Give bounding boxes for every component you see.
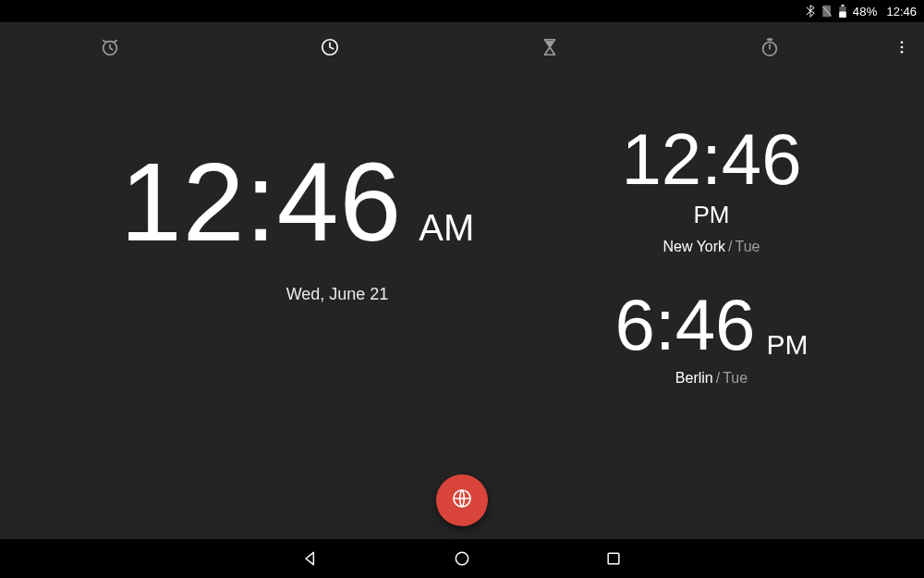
local-ampm: AM (419, 207, 474, 249)
tab-timer[interactable] (440, 22, 660, 72)
world-clock-list: 12:46 PM New York/Tue 6:46 PM Berlin/Tue (573, 123, 850, 387)
svg-point-8 (901, 46, 904, 49)
battery-icon (838, 5, 847, 18)
tab-stopwatch[interactable] (660, 22, 880, 72)
world-clock-city: New York (663, 239, 725, 254)
svg-point-9 (901, 51, 904, 54)
svg-rect-12 (608, 553, 619, 564)
world-clock-location: Berlin/Tue (675, 370, 748, 387)
android-status-bar: 48% 12:46 (0, 0, 924, 22)
recents-button[interactable] (602, 547, 625, 570)
local-time: 12:46 (120, 146, 402, 257)
clock-app: 12:46 AM Wed, June 21 12:46 PM New York/… (0, 22, 924, 539)
svg-point-11 (456, 552, 468, 564)
home-button[interactable] (451, 547, 473, 570)
svg-rect-2 (841, 5, 844, 6)
tab-alarm[interactable] (0, 22, 220, 72)
battery-percentage: 48% (853, 5, 878, 18)
world-clock-ampm: PM (694, 201, 730, 229)
svg-rect-6 (767, 39, 772, 41)
statusbar-clock: 12:46 (886, 5, 917, 18)
world-clock-time: 12:46 (621, 123, 801, 195)
world-clock-ampm: PM (766, 329, 808, 361)
tab-bar (0, 22, 924, 72)
local-clock: 12:46 AM Wed, June 21 (120, 146, 554, 304)
globe-icon (451, 487, 473, 513)
no-sim-icon (821, 5, 833, 18)
overflow-menu-button[interactable] (880, 22, 924, 72)
clock-screen: 12:46 AM Wed, June 21 12:46 PM New York/… (0, 72, 924, 539)
android-nav-bar (0, 539, 924, 578)
world-clock-day: Tue (723, 370, 748, 386)
svg-point-7 (901, 41, 904, 43)
world-clock-item[interactable]: 6:46 PM Berlin/Tue (573, 289, 850, 387)
world-clock-city: Berlin (675, 370, 713, 386)
world-clock-location: New York/Tue (663, 239, 760, 255)
local-date: Wed, June 21 (120, 285, 554, 304)
svg-rect-1 (839, 11, 846, 18)
bluetooth-icon (805, 5, 816, 18)
world-clock-day: Tue (736, 239, 760, 254)
tab-clock[interactable] (220, 22, 440, 72)
world-clock-time: 6:46 (615, 289, 756, 361)
world-clock-item[interactable]: 12:46 PM New York/Tue (573, 123, 850, 255)
add-world-clock-button[interactable] (436, 474, 488, 526)
back-button[interactable] (299, 547, 322, 570)
